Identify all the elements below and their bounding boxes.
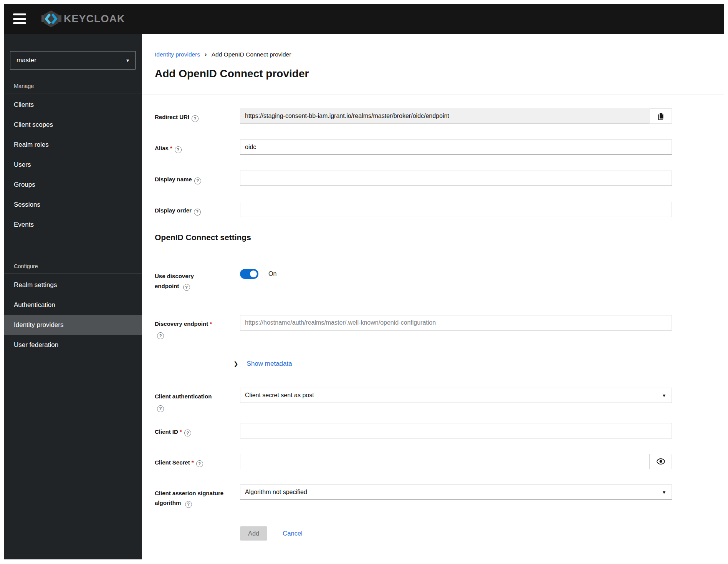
add-button[interactable]: Add xyxy=(240,526,267,541)
copy-button[interactable] xyxy=(650,108,672,124)
sidebar-item-realm-settings[interactable]: Realm settings xyxy=(4,275,142,295)
help-icon[interactable]: ? xyxy=(175,146,182,153)
sidebar-item-user-federation[interactable]: User federation xyxy=(4,335,142,355)
keycloak-logo-icon xyxy=(39,10,63,28)
client-id-label: Client ID*? xyxy=(155,423,224,437)
display-name-input[interactable] xyxy=(240,171,672,186)
cancel-button[interactable]: Cancel xyxy=(283,530,302,537)
chevron-right-icon: › xyxy=(205,51,207,58)
menu-icon[interactable] xyxy=(11,12,28,26)
display-name-label: Display name? xyxy=(155,171,224,184)
nav-list-configure: Realm settings Authentication Identity p… xyxy=(4,275,142,355)
help-icon[interactable]: ? xyxy=(185,501,192,508)
page-title: Add OpenID Connect provider xyxy=(155,68,672,80)
show-secret-button[interactable] xyxy=(650,454,672,469)
toggle-state-label: On xyxy=(268,270,276,277)
alias-input[interactable] xyxy=(240,139,672,155)
nav-list-manage: Clients Client scopes Realm roles Users … xyxy=(4,95,142,235)
sidebar-item-events[interactable]: Events xyxy=(4,215,142,235)
required-indicator: * xyxy=(180,428,182,435)
eye-icon xyxy=(657,458,665,464)
client-secret-label: Client Secret*? xyxy=(155,454,224,468)
menu-bar xyxy=(13,22,26,24)
toggle-knob xyxy=(250,270,257,277)
required-indicator: * xyxy=(170,145,172,151)
nav-section-configure: Configure xyxy=(4,256,142,273)
copy-icon xyxy=(657,113,665,120)
sidebar-item-client-scopes[interactable]: Client scopes xyxy=(4,115,142,135)
discovery-endpoint-label: Discovery endpoint* ? xyxy=(155,315,224,339)
alias-row: Alias*? xyxy=(155,139,672,155)
client-assertion-algorithm-label: Client asserion signature algorithm ? xyxy=(155,484,224,508)
help-icon[interactable]: ? xyxy=(194,209,201,216)
menu-bar xyxy=(13,13,26,15)
help-icon[interactable]: ? xyxy=(192,115,199,122)
help-icon[interactable]: ? xyxy=(196,460,203,467)
display-order-row: Display order? xyxy=(155,202,672,217)
chevron-right-icon[interactable]: ❯ xyxy=(233,360,238,367)
sidebar-divider xyxy=(4,273,142,274)
realm-selector-value: master xyxy=(17,56,36,64)
realm-selector[interactable]: master ▾ xyxy=(10,51,136,70)
sidebar: master ▾ Manage Clients Client scopes Re… xyxy=(4,34,142,559)
alias-label: Alias*? xyxy=(155,139,224,153)
oidc-settings-heading: OpenID Connect settings xyxy=(155,233,672,242)
help-icon[interactable]: ? xyxy=(183,284,190,291)
client-authentication-label: Client authentication ? xyxy=(155,388,224,412)
keycloak-logo: KEYCLOAK xyxy=(39,10,125,28)
breadcrumb: Identity providers › Add OpenID Connect … xyxy=(155,51,672,58)
client-secret-row: Client Secret*? xyxy=(155,454,672,469)
breadcrumb-current: Add OpenID Connect provider xyxy=(212,51,291,58)
sidebar-item-identity-providers[interactable]: Identity providers xyxy=(4,315,142,335)
sidebar-item-authentication[interactable]: Authentication xyxy=(4,295,142,315)
use-discovery-label: Use discovery endpoint ? xyxy=(155,267,224,291)
show-metadata-row: ❯ Show metadata xyxy=(233,360,672,368)
brand-name: KEYCLOAK xyxy=(64,13,125,25)
main-content: Identity providers › Add OpenID Connect … xyxy=(142,34,724,559)
help-icon[interactable]: ? xyxy=(184,430,191,436)
client-secret-input[interactable] xyxy=(240,454,650,469)
sidebar-item-sessions[interactable]: Sessions xyxy=(4,195,142,215)
page-divider xyxy=(142,95,724,95)
client-assertion-algorithm-value: Algorithm not specified xyxy=(245,489,307,496)
sidebar-divider xyxy=(4,93,142,93)
client-id-input[interactable] xyxy=(240,423,672,438)
use-discovery-row: Use discovery endpoint ? On xyxy=(155,267,672,297)
client-authentication-select[interactable]: Client secret sent as post ▾ xyxy=(240,388,672,403)
sidebar-spacer xyxy=(4,235,142,256)
chevron-down-icon: ▾ xyxy=(126,57,129,63)
client-authentication-row: Client authentication ? Client secret se… xyxy=(155,388,672,412)
help-icon[interactable]: ? xyxy=(194,177,201,184)
menu-bar xyxy=(13,18,26,20)
client-id-row: Client ID*? xyxy=(155,423,672,438)
redirect-uri-input[interactable] xyxy=(240,108,650,124)
help-icon[interactable]: ? xyxy=(157,405,164,412)
display-order-input[interactable] xyxy=(240,202,672,217)
app-window: KEYCLOAK master ▾ Manage Clients Client … xyxy=(0,0,728,564)
topbar: KEYCLOAK xyxy=(4,4,724,34)
form-actions: Add Cancel xyxy=(240,526,672,552)
show-metadata-link[interactable]: Show metadata xyxy=(247,360,292,368)
client-assertion-algorithm-row: Client asserion signature algorithm ? Al… xyxy=(155,484,672,508)
chevron-down-icon: ▾ xyxy=(663,392,665,398)
redirect-uri-row: Redirect URI? xyxy=(155,108,672,124)
client-assertion-algorithm-select[interactable]: Algorithm not specified ▾ xyxy=(240,484,672,500)
required-indicator: * xyxy=(210,320,212,327)
breadcrumb-link-identity-providers[interactable]: Identity providers xyxy=(155,51,200,58)
nav-section-manage: Manage xyxy=(4,76,142,93)
client-authentication-value: Client secret sent as post xyxy=(245,392,314,399)
discovery-endpoint-input[interactable] xyxy=(240,315,672,330)
use-discovery-toggle[interactable] xyxy=(240,269,258,279)
sidebar-item-realm-roles[interactable]: Realm roles xyxy=(4,135,142,155)
display-name-row: Display name? xyxy=(155,171,672,186)
chevron-down-icon: ▾ xyxy=(663,489,665,495)
sidebar-item-groups[interactable]: Groups xyxy=(4,175,142,195)
discovery-endpoint-row: Discovery endpoint* ? xyxy=(155,315,672,339)
help-icon[interactable]: ? xyxy=(157,332,164,339)
required-indicator: * xyxy=(192,459,194,466)
add-oidc-provider-form: Redirect URI? xyxy=(155,108,672,552)
display-order-label: Display order? xyxy=(155,202,224,216)
redirect-uri-label: Redirect URI? xyxy=(155,108,224,122)
sidebar-item-clients[interactable]: Clients xyxy=(4,95,142,115)
sidebar-item-users[interactable]: Users xyxy=(4,155,142,175)
